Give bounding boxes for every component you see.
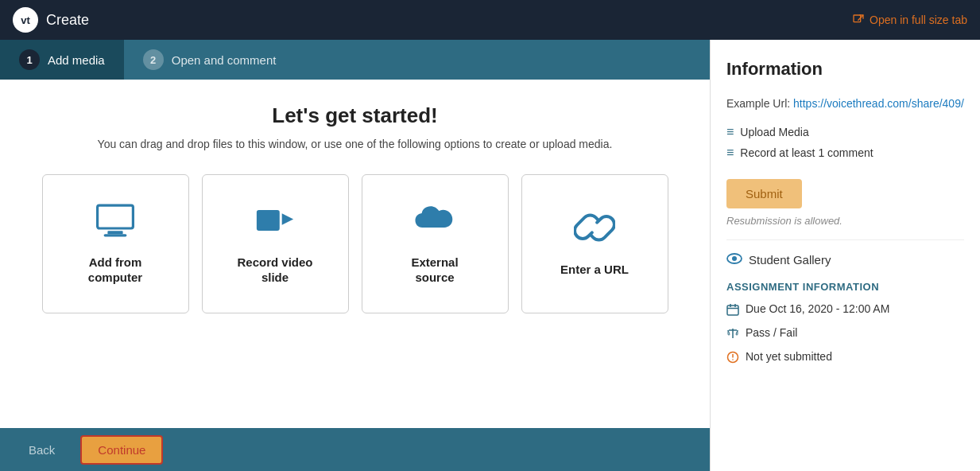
calendar-icon	[726, 303, 739, 318]
back-button[interactable]: Back	[16, 437, 68, 463]
link-icon	[574, 210, 615, 251]
assignment-info-title: ASSIGNMENT INFORMATION	[726, 281, 964, 293]
due-date-text: Due Oct 16, 2020 - 12:00 AM	[746, 302, 889, 315]
eye-icon	[726, 251, 742, 268]
right-panel: Information Example Url: https://voiceth…	[710, 40, 980, 471]
step-1-number: 1	[19, 49, 40, 70]
svg-marker-6	[282, 213, 293, 224]
example-url-row: Example Url: https://voicethread.com/sha…	[726, 95, 964, 112]
continue-button[interactable]: Continue	[80, 435, 163, 465]
svg-point-8	[732, 256, 737, 261]
svg-rect-4	[104, 234, 127, 236]
external-source-card[interactable]: Externalsource	[362, 174, 509, 313]
svg-rect-3	[107, 231, 122, 234]
svg-rect-2	[98, 205, 134, 228]
video-card-label: Record videoslide	[237, 255, 312, 286]
submission-status-text: Not yet submitted	[746, 350, 832, 363]
list-icon-1: ≡	[726, 125, 734, 139]
external-link-icon	[852, 14, 865, 26]
checklist-label-2: Record at least 1 comment	[740, 146, 873, 159]
step-2[interactable]: 2 Open and comment	[124, 40, 296, 80]
vt-logo: vt	[13, 7, 38, 33]
nav-left: vt Create	[13, 7, 89, 33]
example-url-label: Example Url:	[726, 97, 790, 110]
add-from-computer-card[interactable]: Add fromcomputer	[42, 174, 189, 313]
cloud-icon	[414, 203, 455, 243]
step-2-label: Open and comment	[172, 53, 277, 67]
step-1[interactable]: 1 Add media	[0, 40, 124, 80]
checklist-upload-media: ≡ Upload Media	[726, 125, 964, 139]
due-date-row: Due Oct 16, 2020 - 12:00 AM	[726, 302, 964, 318]
svg-rect-9	[727, 306, 738, 315]
info-title: Information	[726, 59, 964, 80]
svg-rect-5	[257, 210, 280, 231]
grading-text: Pass / Fail	[746, 326, 797, 339]
main-subtitle: You can drag and drop files to this wind…	[98, 138, 613, 150]
left-panel: 1 Add media 2 Open and comment Let's get…	[0, 40, 710, 471]
checklist-record-comment: ≡ Record at least 1 comment	[726, 146, 964, 160]
step-2-number: 2	[143, 49, 164, 70]
record-video-card[interactable]: Record videoslide	[202, 174, 349, 313]
scale-icon	[726, 327, 739, 342]
nav-title: Create	[46, 12, 89, 29]
student-gallery-row[interactable]: Student Gallery	[726, 239, 964, 268]
grading-row: Pass / Fail	[726, 326, 964, 342]
student-gallery-label: Student Gallery	[749, 253, 831, 267]
top-nav: vt Create Open in full size tab	[0, 0, 980, 40]
url-card-label: Enter a URL	[560, 262, 629, 278]
content-area: Let's get started! You can drag and drop…	[0, 80, 710, 428]
main-title: Let's get started!	[272, 103, 437, 128]
submission-status-row: Not yet submitted	[726, 350, 964, 366]
computer-card-label: Add fromcomputer	[88, 255, 142, 286]
resubmission-text: Resubmission is allowed.	[726, 215, 964, 227]
open-full-size-tab-link[interactable]: Open in full size tab	[852, 14, 967, 26]
external-card-label: Externalsource	[411, 255, 458, 286]
checklist-label-1: Upload Media	[740, 126, 808, 138]
enter-url-card[interactable]: Enter a URL	[521, 174, 668, 313]
upload-options: Add fromcomputer Record videoslide	[42, 174, 668, 313]
status-icon	[726, 351, 739, 366]
example-url-link[interactable]: https://voicethread.com/share/409/	[793, 97, 964, 110]
list-icon-2: ≡	[726, 146, 734, 160]
submit-button[interactable]: Submit	[726, 179, 802, 208]
main-layout: 1 Add media 2 Open and comment Let's get…	[0, 40, 980, 471]
computer-icon	[95, 203, 136, 243]
step-1-label: Add media	[48, 53, 105, 67]
video-icon	[254, 203, 296, 243]
bottom-bar: Back Continue	[0, 428, 710, 471]
svg-point-17	[732, 359, 734, 360]
steps-bar: 1 Add media 2 Open and comment	[0, 40, 710, 80]
